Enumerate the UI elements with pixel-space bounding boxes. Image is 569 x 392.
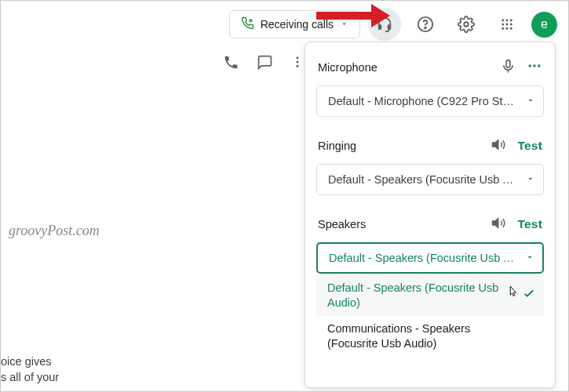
top-bar: Receiving calls e [1, 1, 568, 48]
avatar-letter: e [541, 17, 548, 31]
ringing-section-header: Ringing Test [318, 137, 542, 154]
chevron-down-icon [526, 173, 535, 186]
calls-icon [241, 16, 254, 32]
more-button[interactable] [290, 55, 305, 72]
speaker-icon [491, 216, 506, 233]
ringing-test-button[interactable]: Test [517, 139, 542, 153]
speaker-icon [491, 137, 506, 154]
svg-point-3 [425, 27, 426, 29]
ringing-select[interactable]: Default - Speakers (Focusrite Usb Aud… [316, 164, 544, 195]
svg-point-9 [506, 24, 509, 26]
message-button[interactable] [257, 54, 273, 74]
body-text-fragment: oice gives s all of your [1, 354, 59, 385]
svg-point-7 [510, 19, 512, 21]
microphone-more-icon[interactable] [527, 58, 542, 76]
svg-point-11 [502, 27, 504, 30]
frag-line: s all of your [1, 369, 59, 385]
svg-rect-1 [388, 25, 391, 29]
svg-point-4 [464, 22, 469, 27]
contact-action-row [223, 44, 305, 83]
svg-point-10 [510, 24, 512, 26]
svg-point-20 [538, 64, 540, 67]
help-button[interactable] [409, 8, 442, 41]
svg-point-5 [502, 19, 504, 21]
svg-point-18 [529, 64, 531, 67]
microphone-select-value: Default - Microphone (C922 Pro Strea… [328, 95, 516, 107]
speakers-section-header: Speakers Test [318, 216, 542, 233]
chevron-down-icon [525, 252, 534, 264]
option-label: Default - Speakers (Focusrite Usb Audio) [327, 281, 498, 309]
svg-point-16 [297, 65, 299, 67]
check-icon [522, 286, 536, 304]
svg-point-8 [502, 24, 504, 26]
watermark-text: groovyPost.com [9, 223, 100, 239]
svg-point-13 [510, 27, 512, 30]
chevron-down-icon [340, 18, 348, 31]
microphone-select[interactable]: Default - Microphone (C922 Pro Strea… [316, 85, 544, 117]
microphone-icon[interactable] [501, 59, 516, 76]
svg-point-6 [506, 19, 509, 21]
audio-settings-panel: Microphone Default - Microphone (C922 Pr… [305, 42, 556, 388]
call-mode-chip[interactable]: Receiving calls [229, 10, 360, 38]
speakers-select-value: Default - Speakers (Focusrite Usb Aud… [329, 252, 517, 264]
call-button[interactable] [223, 54, 239, 74]
cursor-icon [507, 283, 520, 304]
speakers-test-button[interactable]: Test [517, 217, 542, 231]
svg-point-19 [533, 64, 535, 67]
svg-rect-17 [506, 60, 510, 67]
svg-rect-0 [379, 25, 381, 29]
svg-point-15 [297, 61, 299, 64]
apps-button[interactable] [491, 8, 523, 41]
speakers-label: Speakers [318, 218, 366, 230]
chevron-down-icon [526, 95, 535, 107]
microphone-label: Microphone [318, 61, 378, 74]
svg-point-12 [506, 27, 509, 30]
svg-point-14 [297, 56, 299, 59]
ringing-label: Ringing [318, 140, 356, 152]
speakers-option[interactable]: Communications - Speakers (Focusrite Usb… [316, 316, 544, 357]
settings-button[interactable] [450, 8, 483, 41]
call-mode-label: Receiving calls [261, 18, 334, 31]
frag-line: oice gives [1, 354, 59, 369]
option-label: Communications - Speakers (Focusrite Usb… [327, 322, 470, 350]
account-avatar[interactable]: e [531, 12, 557, 38]
ringing-select-value: Default - Speakers (Focusrite Usb Aud… [328, 173, 516, 186]
speakers-option-selected[interactable]: Default - Speakers (Focusrite Usb Audio) [316, 275, 544, 316]
audio-settings-button[interactable] [368, 8, 401, 41]
speakers-dropdown: Default - Speakers (Focusrite Usb Audio)… [316, 274, 544, 357]
speakers-select[interactable]: Default - Speakers (Focusrite Usb Aud… [316, 242, 544, 274]
microphone-section-header: Microphone [318, 58, 542, 76]
